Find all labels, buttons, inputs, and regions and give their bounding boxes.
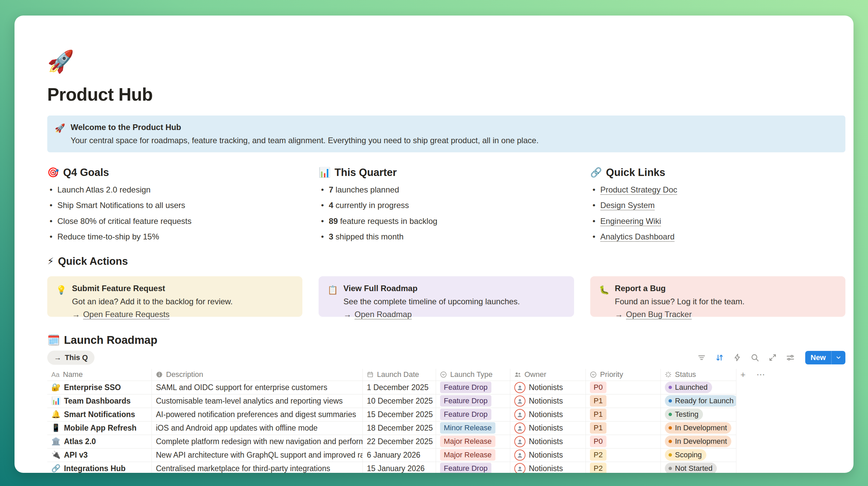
row-priority-cell[interactable]: P1 [586, 421, 661, 435]
row-name-cell[interactable]: 🔐Enterprise SSO [47, 381, 152, 394]
expand-icon[interactable] [768, 353, 777, 362]
quick-link[interactable]: Product Strategy Doc [600, 185, 677, 194]
row-launch-type-cell[interactable]: Feature Drop [436, 394, 510, 408]
row-status-cell[interactable]: Ready for Launch [661, 394, 736, 408]
row-description-cell[interactable]: Centralised marketplace for third-party … [152, 462, 363, 473]
launch-type-badge[interactable]: Feature Drop [440, 409, 491, 420]
row-owner-cell[interactable]: Notionists [510, 408, 586, 421]
row-title[interactable]: Team Dashboards [64, 397, 131, 406]
row-priority-cell[interactable]: P1 [586, 394, 661, 408]
row-launch-date-cell[interactable]: 15 January 2026 [363, 462, 436, 473]
column-header-launch-date[interactable]: Launch Date [363, 369, 436, 381]
table-row[interactable]: 🔐Enterprise SSOSAML and OIDC support for… [47, 381, 845, 394]
row-owner-cell[interactable]: Notionists [510, 462, 586, 473]
row-title[interactable]: API v3 [64, 451, 87, 460]
row-owner-cell[interactable]: Notionists [510, 449, 586, 462]
row-launch-date-cell[interactable]: 22 December 2025 [363, 435, 436, 449]
zap-icon[interactable] [733, 353, 741, 362]
status-badge[interactable]: Ready for Launch [665, 395, 736, 407]
row-description-cell[interactable]: New API architecture with GraphQL suppor… [152, 449, 363, 462]
column-header-launch-type[interactable]: Launch Type [436, 369, 510, 381]
status-badge[interactable]: Launched [665, 382, 712, 393]
open-roadmap-link[interactable]: Open Roadmap [355, 310, 412, 319]
settings-sliders-icon[interactable] [786, 353, 795, 362]
row-description-cell[interactable]: SAML and OIDC support for enterprise cus… [152, 381, 363, 394]
launch-type-badge[interactable]: Major Release [440, 449, 495, 461]
row-title[interactable]: Integrations Hub [64, 464, 126, 473]
priority-badge[interactable]: P1 [590, 409, 606, 420]
row-owner-cell[interactable]: Notionists [510, 435, 586, 449]
row-name-cell[interactable]: 📱Mobile App Refresh [47, 421, 152, 435]
row-description-cell[interactable]: Customisable team-level analytics and re… [152, 394, 363, 408]
row-name-cell[interactable]: 🔔Smart Notifications [47, 408, 152, 421]
column-header-status[interactable]: Status [661, 369, 736, 381]
open-bug-tracker-link[interactable]: Open Bug Tracker [626, 310, 692, 319]
row-launch-type-cell[interactable]: Feature Drop [436, 462, 510, 473]
page-emoji-icon[interactable]: 🚀 [47, 51, 74, 72]
row-launch-date-cell[interactable]: 1 December 2025 [363, 381, 436, 394]
row-priority-cell[interactable]: P1 [586, 408, 661, 421]
row-owner-cell[interactable]: Notionists [510, 381, 586, 394]
row-status-cell[interactable]: Not Started [661, 462, 736, 473]
row-launch-type-cell[interactable]: Feature Drop [436, 408, 510, 421]
row-status-cell[interactable]: In Development [661, 421, 736, 435]
quick-link[interactable]: Design System [600, 201, 655, 210]
launch-type-badge[interactable]: Major Release [440, 436, 495, 447]
row-title[interactable]: Mobile App Refresh [64, 424, 136, 433]
status-badge[interactable]: Not Started [665, 463, 717, 473]
row-name-cell[interactable]: 📊Team Dashboards [47, 394, 152, 408]
row-title[interactable]: Smart Notifications [64, 410, 135, 419]
row-launch-type-cell[interactable]: Major Release [436, 449, 510, 462]
column-header-priority[interactable]: Priority [586, 369, 661, 381]
launch-type-badge[interactable]: Feature Drop [440, 463, 491, 473]
row-status-cell[interactable]: In Development [661, 435, 736, 449]
new-button-label[interactable]: New [805, 351, 831, 364]
launch-type-badge[interactable]: Feature Drop [440, 382, 491, 393]
row-launch-type-cell[interactable]: Major Release [436, 435, 510, 449]
row-description-cell[interactable]: Complete platform redesign with new navi… [152, 435, 363, 449]
table-row[interactable]: 📱Mobile App RefreshiOS and Android app u… [47, 421, 845, 435]
status-badge[interactable]: In Development [665, 422, 731, 434]
column-header-owner[interactable]: Owner [510, 369, 586, 381]
status-badge[interactable]: In Development [665, 436, 731, 447]
priority-badge[interactable]: P2 [590, 449, 606, 461]
row-launch-type-cell[interactable]: Minor Release [436, 421, 510, 435]
chevron-down-icon[interactable] [832, 351, 845, 364]
table-row[interactable]: 🔌API v3New API architecture with GraphQL… [47, 449, 845, 462]
quick-link[interactable]: Engineering Wiki [600, 216, 661, 226]
column-header-name[interactable]: Aa Name [47, 369, 152, 381]
new-button[interactable]: New [805, 351, 845, 364]
row-launch-date-cell[interactable]: 6 January 2026 [363, 449, 436, 462]
priority-badge[interactable]: P2 [590, 463, 606, 473]
table-row[interactable]: 🏛️Atlas 2.0Complete platform redesign wi… [47, 435, 845, 449]
table-options-button[interactable]: ⋯ [756, 369, 766, 380]
row-priority-cell[interactable]: P2 [586, 449, 661, 462]
row-description-cell[interactable]: AI-powered notification preferences and … [152, 408, 363, 421]
status-badge[interactable]: Testing [665, 409, 703, 420]
row-status-cell[interactable]: Scoping [661, 449, 736, 462]
row-status-cell[interactable]: Testing [661, 408, 736, 421]
row-owner-cell[interactable]: Notionists [510, 421, 586, 435]
row-name-cell[interactable]: 🔗Integrations Hub [47, 462, 152, 473]
status-badge[interactable]: Scoping [665, 449, 706, 461]
row-name-cell[interactable]: 🔌API v3 [47, 449, 152, 462]
row-launch-date-cell[interactable]: 10 December 2025 [363, 394, 436, 408]
row-launch-date-cell[interactable]: 18 December 2025 [363, 421, 436, 435]
row-launch-type-cell[interactable]: Feature Drop [436, 381, 510, 394]
table-row[interactable]: 📊Team DashboardsCustomisable team-level … [47, 394, 845, 408]
row-launch-date-cell[interactable]: 15 December 2025 [363, 408, 436, 421]
row-name-cell[interactable]: 🏛️Atlas 2.0 [47, 435, 152, 449]
view-tab-this-q[interactable]: → This Q [47, 351, 94, 365]
open-feature-requests-link[interactable]: Open Feature Requests [83, 310, 169, 319]
priority-badge[interactable]: P1 [590, 395, 606, 407]
quick-link[interactable]: Analytics Dashboard [600, 232, 675, 241]
row-description-cell[interactable]: iOS and Android app updates with offline… [152, 421, 363, 435]
row-status-cell[interactable]: Launched [661, 381, 736, 394]
table-row[interactable]: 🔔Smart NotificationsAI-powered notificat… [47, 408, 845, 421]
launch-type-badge[interactable]: Feature Drop [440, 395, 491, 407]
add-column-button[interactable]: + [740, 369, 745, 380]
row-title[interactable]: Enterprise SSO [64, 383, 121, 392]
column-header-description[interactable]: Description [152, 369, 363, 381]
launch-type-badge[interactable]: Minor Release [440, 422, 495, 434]
priority-badge[interactable]: P1 [590, 422, 606, 434]
